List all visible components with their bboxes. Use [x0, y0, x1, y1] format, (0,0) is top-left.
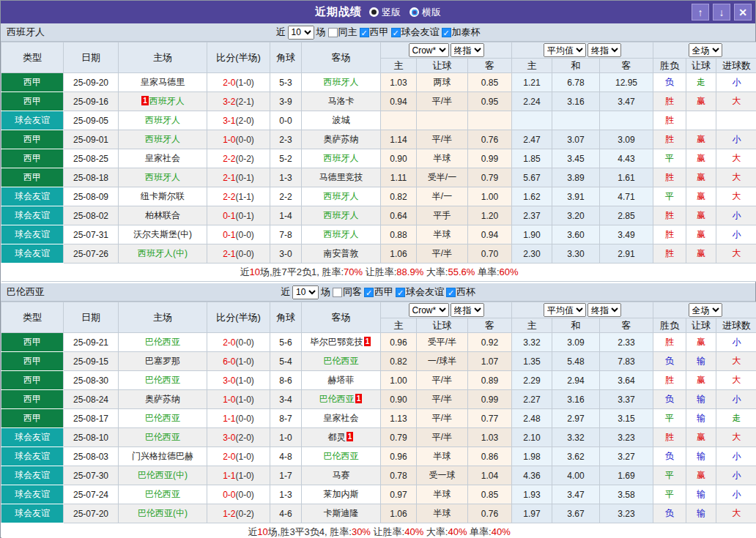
checkbox-unchecked-icon[interactable]: [328, 28, 338, 37]
crow-odds-cell: 半球: [417, 504, 468, 523]
result-cell: 大: [716, 187, 756, 206]
radio-selected-icon[interactable]: [369, 7, 379, 17]
league-filter-friendly[interactable]: 球会友谊: [391, 26, 440, 39]
result-cell: 赢: [686, 244, 716, 264]
match-row: 球会友谊25-07-26西班牙人(中)2-1(0-0)3-0南安普敦1.06平/…: [1, 244, 756, 264]
fulltime-select[interactable]: 全场: [689, 303, 722, 317]
result-cell: 赢: [686, 130, 716, 149]
matches-table: 类型 日期 主场 比分(半场) 角球 客场 Crow*终指 平均值终指 全场: [1, 42, 756, 282]
home-team: 皇家马德里: [119, 73, 207, 92]
avg-odds-cell: 2.30: [512, 244, 552, 264]
home-team: 西班牙人: [119, 111, 207, 130]
bookmaker-select[interactable]: Crow*: [409, 43, 449, 57]
league-filter-laliga[interactable]: 西甲: [364, 285, 393, 299]
match-row: 西甲25-08-30巴伦西亚3-0(1-0)8-6赫塔菲1.00平/半0.892…: [1, 371, 756, 390]
col-header-avg-draw: 和: [552, 318, 600, 333]
result-cell: 大: [716, 244, 756, 264]
avg-odds-cell: 2.37: [512, 206, 552, 225]
checkbox-checked-icon[interactable]: [396, 288, 405, 297]
checkbox-checked-icon[interactable]: [446, 288, 456, 297]
result-cell: 走: [716, 409, 756, 428]
recent-count-select[interactable]: 10: [292, 285, 319, 299]
result-cell: 输: [686, 390, 716, 409]
close-button[interactable]: ✕: [734, 4, 752, 20]
avg-final-odds-select[interactable]: 终指: [588, 303, 621, 317]
avg-odds-cell: [600, 111, 653, 130]
crow-odds-cell: 0.97: [381, 485, 417, 504]
checkbox-checked-icon[interactable]: [364, 288, 374, 297]
checkbox-unchecked-icon[interactable]: [333, 288, 342, 297]
checkbox-checked-icon[interactable]: [360, 28, 369, 37]
crow-odds-cell: 0.79: [381, 428, 417, 447]
bookmaker-select[interactable]: Crow*: [409, 303, 449, 317]
match-score: 3-2(2-1): [207, 92, 270, 111]
league-filter-cup[interactable]: 加泰杯: [442, 26, 481, 39]
crow-final-odds-select[interactable]: 终指: [451, 303, 484, 317]
average-odds-select[interactable]: 平均值: [544, 43, 586, 57]
avg-final-odds-select[interactable]: 终指: [588, 43, 621, 57]
move-down-button[interactable]: ↓: [713, 4, 730, 20]
same-venue-filter[interactable]: 同主: [328, 26, 357, 39]
checkbox-checked-icon[interactable]: [391, 28, 401, 37]
fulltime-score: 2-1: [223, 249, 235, 259]
fulltime-score: 1-1: [223, 471, 235, 481]
same-venue-filter[interactable]: 同客: [333, 285, 362, 299]
result-cell: 小: [716, 206, 756, 225]
league-filter-label: 加泰杯: [452, 26, 481, 39]
team-name: 纽卡斯尔联: [141, 191, 185, 201]
match-score: 2-2(0-2): [207, 149, 270, 168]
result-cell: 平: [653, 409, 686, 428]
league-filter-cup[interactable]: 西杯: [446, 285, 475, 299]
team-name: 奥萨苏纳: [145, 394, 180, 404]
recent-count-select[interactable]: 10: [288, 26, 314, 40]
games-label: 场: [321, 285, 330, 299]
team-name: 柏林联合: [145, 210, 180, 220]
crow-odds-cell: 受平/半: [417, 333, 468, 352]
average-odds-select[interactable]: 平均值: [544, 303, 586, 317]
away-team: 卡斯迪隆: [302, 504, 381, 523]
avg-odds-cell: 5.48: [552, 352, 600, 371]
result-cell: 走: [686, 73, 716, 92]
avg-odds-cell: 3.49: [600, 225, 653, 244]
league-filter-friendly[interactable]: 球会友谊: [396, 285, 444, 299]
avg-odds-cell: 1.97: [512, 504, 552, 523]
league-filter-laliga[interactable]: 西甲: [360, 26, 389, 39]
match-row: 球会友谊25-08-02柏林联合0-1(0-1)1-4西班牙人0.64平手1.2…: [1, 206, 756, 225]
fulltime-select[interactable]: 全场: [689, 43, 722, 57]
checkbox-checked-icon[interactable]: [442, 28, 451, 37]
avg-odds-cell: 4.36: [512, 466, 552, 485]
crow-odds-cell: 0.64: [381, 206, 417, 225]
team-name: 莱加内斯: [324, 489, 359, 499]
horizontal-layout-radio[interactable]: 横版: [410, 6, 441, 19]
avg-odds-cell: 5.67: [512, 168, 552, 187]
match-type-badge: 西甲: [1, 352, 64, 371]
vertical-layout-radio[interactable]: 竖版: [369, 6, 401, 19]
team-name: 巴伦西亚: [145, 432, 180, 442]
fulltime-score: 0-1: [223, 230, 235, 240]
same-venue-label: 同客: [343, 285, 362, 299]
col-header-type: 类型: [1, 42, 64, 73]
result-cell: 赢: [686, 149, 716, 168]
crow-final-odds-select[interactable]: 终指: [451, 43, 484, 57]
move-up-button[interactable]: ↑: [692, 4, 709, 20]
result-cell: 小: [716, 73, 756, 92]
halftime-score: (0-1): [236, 173, 254, 183]
avg-odds-cell: 2.97: [552, 409, 600, 428]
result-cell: 胜: [653, 371, 686, 390]
match-type-badge: 西甲: [1, 168, 64, 187]
match-row: 西甲25-09-01西班牙人1-0(0-0)2-3奥萨苏纳1.14平/半0.76…: [1, 130, 756, 149]
match-type-badge: 球会友谊: [1, 187, 64, 206]
avg-odds-cell: 3.20: [552, 206, 600, 225]
away-team: 皇家社会: [302, 409, 381, 428]
summary-segment: 大率:: [423, 526, 448, 537]
crow-odds-cell: 受半/一: [417, 168, 468, 187]
team-name: 西班牙人: [145, 172, 180, 182]
crow-odds-cell: 1.13: [381, 409, 417, 428]
corner-score: 2-2: [270, 187, 302, 206]
crow-odds-cell: 平/半: [417, 244, 468, 264]
radio-unselected-icon[interactable]: [410, 7, 419, 17]
team-name: 西班牙人(中): [138, 248, 188, 258]
match-date: 25-09-05: [64, 111, 119, 130]
match-date: 25-09-16: [64, 92, 119, 111]
match-date: 25-09-21: [64, 333, 119, 352]
